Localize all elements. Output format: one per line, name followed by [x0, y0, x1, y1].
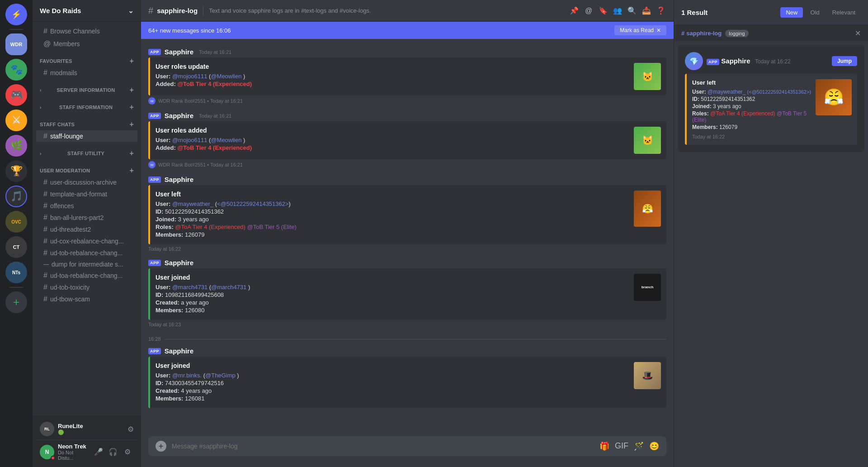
category-staff-utility-plus[interactable]: + — [129, 149, 134, 157]
channel-offences[interactable]: # offences — [36, 200, 137, 212]
search-results: 💎 APP Sapphire Today at 16:22 Jump User … — [674, 41, 868, 467]
mic-button[interactable]: 🎤 — [92, 446, 105, 458]
msg4-field-members: Members: 126080 — [156, 307, 630, 314]
category-staff-utility[interactable]: › STAFF UTILITY + — [36, 142, 137, 159]
ch-label-6: ud-cox-rebalance-chang... — [50, 238, 124, 245]
msg1-field-user: User: @mojoo6111 (@Meowlien ) — [156, 73, 630, 80]
browse-channels-item[interactable]: # Browse Channels — [36, 25, 137, 37]
emoji-icon[interactable]: 😊 — [649, 441, 659, 451]
channel-ud-cox[interactable]: # ud-cox-rebalance-chang... — [36, 235, 137, 247]
jump-button[interactable]: Jump — [832, 56, 857, 66]
channel-user-discussion-archive[interactable]: # user-discussion-archive — [36, 176, 137, 188]
message-input-icons: 🎁 GIF 🪄 😊 — [599, 441, 659, 451]
server-icon-ct[interactable]: CT — [5, 236, 27, 258]
discord-icon[interactable]: ⚡ — [5, 4, 27, 25]
category-favourites-plus[interactable]: + — [129, 57, 134, 65]
category-favourites[interactable]: FAVOURITES + — [36, 50, 137, 67]
settings-button[interactable]: ⚙ — [121, 446, 134, 458]
search-embed-timestamp: Today at 16:22 — [692, 134, 852, 139]
add-server-button[interactable]: + — [5, 291, 27, 313]
new-messages-banner[interactable]: 64+ new messages since 16:06 Mark as Rea… — [141, 22, 674, 39]
msg1-field-added: Added: @ToB Tier 4 (Experienced) — [156, 81, 630, 87]
msg4-image: branch — [634, 274, 661, 301]
search-result-card-1: 💎 APP Sapphire Today at 16:22 Jump User … — [678, 45, 864, 152]
pin-icon[interactable]: 📌 — [569, 5, 580, 16]
username: Neon Trek — [58, 443, 89, 450]
channel-modmails[interactable]: # modmails — [36, 67, 137, 79]
category-user-moderation[interactable]: USER MODERATION + — [36, 159, 137, 176]
channel-list: # Browse Channels @ Members FAVOURITES +… — [33, 22, 141, 416]
search-tab-new[interactable]: New — [780, 7, 803, 18]
server-divider-2 — [9, 287, 24, 288]
msg5-field-created: Created: 4 years ago — [156, 387, 630, 394]
search-icon[interactable]: 🔍 — [627, 5, 637, 16]
channel-modmails-icon: # — [43, 69, 47, 77]
ch-icon-2: # — [43, 190, 47, 198]
msg3-card: User left User: @mayweather_ (<@50122259… — [148, 185, 666, 244]
headphone-button[interactable]: 🎧 — [107, 446, 119, 458]
category-server-info-label: SERVER INFORMATION — [57, 87, 115, 93]
category-staff-info[interactable]: › STAFF INFORMATION + — [36, 96, 137, 113]
category-staff-chats[interactable]: STAFF CHATS + — [36, 113, 137, 130]
mention-icon[interactable]: @ — [583, 5, 594, 16]
mark-as-read-label: Mark as Read — [620, 27, 654, 33]
bot-avatar-tiny-1: W — [148, 97, 156, 105]
message-input-box[interactable]: + 🎁 GIF 🪄 😊 — [148, 436, 666, 456]
channel-template-and-format[interactable]: # template-and-format — [36, 188, 137, 200]
inbox-icon[interactable]: 📥 — [641, 5, 652, 16]
search-close-button[interactable]: ✕ — [855, 29, 861, 38]
server-icon-s1[interactable]: 🐾 — [5, 59, 27, 81]
sticker-icon[interactable]: 🪄 — [634, 441, 644, 451]
server-icon-s5[interactable]: 🏆 — [5, 160, 27, 182]
msg5-field-members: Members: 126081 — [156, 395, 630, 402]
channel-ud-tbow-scam[interactable]: # ud-tbow-scam — [36, 293, 137, 305]
server-icon-nts[interactable]: NTs — [5, 262, 27, 283]
search-tab-relevant[interactable]: Relevant — [827, 7, 861, 18]
runelite-settings[interactable]: ⚙ — [127, 425, 134, 434]
channel-ud-tob-toxicity[interactable]: # ud-tob-toxicity — [36, 281, 137, 293]
category-staff-info-plus[interactable]: + — [129, 103, 134, 111]
ch-icon-9: # — [43, 272, 47, 280]
gif-icon[interactable]: GIF — [615, 441, 628, 451]
user-tag: Do Not Distu... — [58, 450, 89, 461]
server-icon-ovc[interactable]: OVC — [5, 211, 27, 233]
search-result-user-image: 😤 — [816, 79, 852, 115]
add-attachment-button[interactable]: + — [156, 441, 166, 452]
channel-ud-toa[interactable]: # ud-toa-rebalance-chang... — [36, 270, 137, 281]
server-icon-s4[interactable]: 🌿 — [5, 135, 27, 157]
runelite-avatar: RL — [40, 422, 54, 436]
msg1-content: User roles update User: @mojoo6111 (@Meo… — [156, 63, 630, 88]
msg2-field-user: User: @mojoo6111 (@Meowlien ) — [156, 137, 630, 143]
members-header-icon[interactable]: 👥 — [612, 5, 623, 16]
channel-ud-tob[interactable]: # ud-tob-rebalance-chang... — [36, 247, 137, 259]
mark-as-read-button[interactable]: Mark as Read ✕ — [614, 25, 666, 35]
bookmark-icon[interactable]: 🔖 — [598, 5, 609, 16]
search-result-meta: APP Sapphire Today at 16:22 — [707, 57, 791, 65]
server-icon-s3[interactable]: ⚔ — [5, 110, 27, 131]
channel-ban-all-lurers[interactable]: # ban-all-lurers-part2 — [36, 212, 137, 224]
server-icon-s6[interactable]: 🎵 — [5, 186, 27, 207]
help-icon[interactable]: ❓ — [656, 5, 666, 16]
members-item[interactable]: @ Members — [36, 38, 137, 50]
category-staff-utility-label: STAFF UTILITY — [67, 151, 104, 156]
category-staff-chats-plus[interactable]: + — [129, 120, 134, 129]
msg4-field-created: Created: a year ago — [156, 299, 630, 306]
category-server-info-plus[interactable]: + — [129, 86, 134, 94]
search-tab-old[interactable]: Old — [805, 7, 825, 18]
message-input[interactable] — [172, 443, 594, 450]
channel-ud-threadtest2[interactable]: # ud-threadtest2 — [36, 224, 137, 235]
msg2-footer-text: WDR Rank Bot#2551 • Today at 16:21 — [158, 162, 243, 167]
search-tabs: New Old Relevant — [780, 7, 861, 18]
ch-label-7: ud-tob-rebalance-chang... — [50, 249, 123, 257]
category-user-moderation-plus[interactable]: + — [129, 167, 134, 175]
server-header[interactable]: We Do Raids ⌄ — [33, 0, 141, 22]
server-icon-s2[interactable]: 🎮 — [5, 84, 27, 106]
channel-header-hash-icon: # — [148, 5, 153, 16]
ch-label-8: dump for intermediate s... — [52, 261, 123, 268]
search-result-embed: User left User: @mayweather_ (<@50122259… — [685, 74, 857, 145]
channel-dump-intermediate[interactable]: — dump for intermediate s... — [36, 259, 137, 270]
channel-staff-lounge[interactable]: # staff-lounge — [36, 130, 137, 142]
server-icon-wdr[interactable]: WDR — [5, 33, 27, 55]
category-server-info[interactable]: › SERVER INFORMATION + — [36, 79, 137, 96]
gift-icon[interactable]: 🎁 — [599, 441, 609, 451]
